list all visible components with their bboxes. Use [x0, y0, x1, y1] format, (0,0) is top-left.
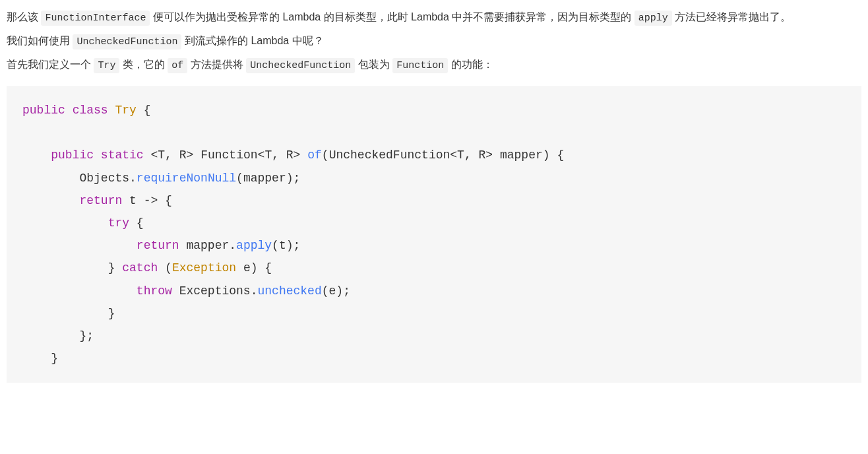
- kw-throw: throw: [137, 284, 172, 298]
- space: [129, 216, 137, 230]
- lbrace: {: [264, 261, 272, 275]
- comma: ,: [272, 148, 286, 162]
- lparen: (: [322, 284, 329, 298]
- type-r: R: [479, 148, 486, 162]
- dot: .: [129, 172, 137, 185]
- space: [108, 104, 115, 117]
- lbrace: {: [144, 104, 151, 117]
- space: [122, 194, 129, 207]
- inline-code-function: Function: [392, 58, 448, 73]
- text: 便可以作为抛出受检异常的 Lambda 的目标类型，此时 Lambda 中并不需…: [150, 11, 634, 22]
- lparen: (: [236, 172, 243, 185]
- space: [137, 104, 144, 117]
- lt: <: [450, 148, 457, 162]
- rbrace: }: [108, 307, 115, 320]
- comma: ,: [165, 148, 179, 162]
- inline-code-unchecked-function-2: UncheckedFunction: [246, 58, 355, 73]
- kw-static: static: [101, 148, 144, 162]
- semi: ;: [86, 329, 94, 342]
- space: [94, 148, 101, 162]
- rparen: ): [286, 172, 294, 185]
- type-function: Function: [201, 148, 257, 162]
- type-r: R: [179, 148, 187, 162]
- paragraph-1: 那么该 FunctionInterface 便可以作为抛出受检异常的 Lambd…: [7, 5, 861, 29]
- lbrace: {: [557, 148, 564, 162]
- semi: ;: [294, 239, 301, 252]
- gt: >: [187, 148, 194, 162]
- text: 我们如何使用: [7, 35, 73, 46]
- semi: ;: [343, 284, 350, 298]
- dot: .: [229, 239, 236, 252]
- inline-code-function-interface: FunctionInterface: [41, 11, 150, 26]
- semi: ;: [294, 172, 301, 185]
- var-mapper: mapper: [186, 239, 229, 252]
- space: [258, 261, 265, 275]
- type-r: R: [286, 148, 294, 162]
- arrow: ->: [137, 194, 165, 207]
- type-t: T: [158, 148, 165, 162]
- document-body: 那么该 FunctionInterface 便可以作为抛出受检异常的 Lambd…: [0, 0, 868, 389]
- lbrace: {: [165, 194, 172, 207]
- inline-code-unchecked-function: UncheckedFunction: [73, 34, 181, 49]
- space: [493, 148, 500, 162]
- lt: <: [150, 148, 158, 162]
- inline-code-apply: apply: [635, 11, 672, 26]
- type-exception: Exception: [172, 261, 236, 275]
- text: 类，它的: [119, 59, 168, 70]
- arg-mapper: mapper: [243, 172, 286, 185]
- var-e: e: [243, 261, 251, 275]
- gt: >: [485, 148, 493, 162]
- space: [300, 148, 307, 162]
- space: [172, 284, 179, 298]
- kw-return: return: [79, 194, 122, 207]
- rparen: ): [251, 261, 258, 275]
- lparen: (: [165, 261, 172, 275]
- text: 到流式操作的 Lambda 中呢？: [181, 35, 323, 46]
- rparen: ): [543, 148, 550, 162]
- method-unchecked: unchecked: [258, 284, 322, 298]
- space: [236, 261, 243, 275]
- space: [193, 148, 201, 162]
- method-of: of: [307, 148, 322, 162]
- lparen: (: [272, 239, 279, 252]
- rbrace: }: [51, 352, 58, 365]
- type-unchecked-function: UncheckedFunction: [329, 148, 450, 162]
- rparen: ): [286, 239, 294, 252]
- var-t: t: [129, 194, 137, 207]
- method-apply: apply: [236, 239, 272, 252]
- lparen: (: [322, 148, 329, 162]
- inline-code-of: of: [168, 58, 187, 73]
- space: [115, 261, 122, 275]
- space: [550, 148, 557, 162]
- type-objects: Objects: [79, 172, 129, 185]
- type-t: T: [264, 148, 272, 162]
- kw-catch: catch: [122, 261, 158, 275]
- class-name-try: Try: [115, 104, 136, 117]
- text: 方法提供将: [187, 59, 246, 70]
- space: [65, 104, 73, 117]
- type-t: T: [457, 148, 464, 162]
- text: 包装为: [355, 59, 392, 70]
- rbrace: }: [79, 329, 86, 342]
- inline-code-try: Try: [94, 58, 119, 73]
- kw-return: return: [137, 239, 179, 252]
- space: [144, 148, 151, 162]
- kw-public: public: [22, 104, 65, 117]
- method-require-non-null: requireNonNull: [137, 172, 236, 185]
- gt: >: [294, 148, 301, 162]
- kw-try: try: [108, 216, 129, 230]
- lbrace: {: [137, 216, 144, 230]
- type-exceptions: Exceptions: [179, 284, 251, 298]
- rbrace: }: [108, 261, 115, 275]
- dot: .: [251, 284, 258, 298]
- kw-class: class: [73, 104, 108, 117]
- arg-t: t: [279, 239, 286, 252]
- lt: <: [258, 148, 265, 162]
- text: 方法已经将异常抛出了。: [672, 11, 791, 22]
- paragraph-2: 我们如何使用 UncheckedFunction 到流式操作的 Lambda 中…: [7, 29, 861, 53]
- arg-e: e: [329, 284, 336, 298]
- rparen: ): [336, 284, 343, 298]
- text: 那么该: [7, 11, 41, 22]
- space: [158, 261, 165, 275]
- space: [179, 239, 187, 252]
